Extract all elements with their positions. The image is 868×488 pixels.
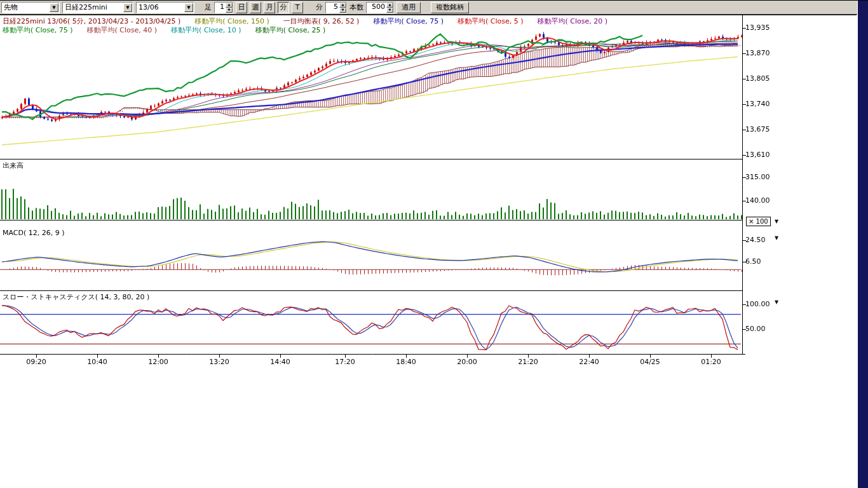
legend-item-ma25: 移動平均( Close, 25 ) bbox=[255, 25, 326, 35]
x-axis-label: 10:40 bbox=[83, 358, 111, 366]
volume-axis-label: 140.00 bbox=[745, 196, 770, 205]
legend-item-ma150: 移動平均( Close, 150 ) bbox=[194, 17, 269, 26]
x-axis-label: 04/25 bbox=[636, 358, 664, 366]
legend-item-ma40: 移動平均( Close, 40 ) bbox=[87, 25, 158, 35]
legend-item-ma5: 移動平均( Close, 5 ) bbox=[458, 17, 524, 26]
x-axis-label: 18:40 bbox=[392, 358, 420, 366]
spinner-icon[interactable]: ▲▼ bbox=[386, 3, 393, 13]
x-axis-label: 12:00 bbox=[144, 358, 172, 366]
stoch-axis-label: 50.00 bbox=[745, 325, 766, 333]
minute-value: 5 bbox=[326, 3, 339, 13]
bar-interval-value: 1 bbox=[215, 3, 226, 13]
x-axis-label: 21:20 bbox=[514, 358, 542, 366]
pane-scroll-down-icon[interactable]: ▼ bbox=[775, 236, 778, 241]
legend-item-ma75b: 移動平均( Close, 75 ) bbox=[3, 25, 73, 35]
price-axis-label: 13,935 bbox=[745, 24, 770, 32]
toolbar: 先物 ▼ 日経225mini ▼ 13/06 ▼ 足 1 ▲▼ 日 週 月 分 … bbox=[0, 1, 857, 15]
price-axis-label: 13,740 bbox=[745, 100, 770, 108]
bar-count-input[interactable]: 500 ▲▼ bbox=[366, 2, 394, 13]
spinner-icon[interactable]: ▲▼ bbox=[226, 3, 233, 13]
x-axis-label: 22:40 bbox=[575, 358, 603, 366]
price-axis-label: 13,805 bbox=[745, 74, 770, 83]
contract-month-select[interactable]: 13/06 ▼ bbox=[136, 2, 194, 13]
chart-legend-row-1: 日経225mini 13/06( 5分, 2013/04/23 - 2013/0… bbox=[3, 17, 607, 26]
chevron-down-icon[interactable]: ▼ bbox=[123, 3, 132, 12]
x-axis-label: 20:00 bbox=[453, 358, 481, 366]
macd-axis-label: 24.50 bbox=[745, 236, 766, 244]
symbol-value: 日経225mini bbox=[63, 3, 123, 12]
stoch-pane-label: スロー・ストキャスティクス( 14, 3, 80, 20 ) bbox=[3, 292, 149, 302]
trading-chart-window: 先物 ▼ 日経225mini ▼ 13/06 ▼ 足 1 ▲▼ 日 週 月 分 … bbox=[0, 0, 868, 488]
stoch-axis-label: 100.00 bbox=[745, 300, 770, 308]
chevron-down-icon[interactable]: ▼ bbox=[50, 3, 58, 12]
period-tick-button[interactable]: T bbox=[292, 2, 303, 13]
bar-count-value: 500 bbox=[367, 3, 386, 13]
market-type-value: 先物 bbox=[2, 3, 49, 12]
x-axis-label: 14:40 bbox=[266, 358, 294, 366]
legend-item-ma20: 移動平均( Close, 20 ) bbox=[538, 17, 608, 26]
pane-scroll-down-icon[interactable]: ▼ bbox=[775, 219, 778, 224]
x-axis-label: 17:20 bbox=[331, 358, 359, 366]
price-axis-label: 13,610 bbox=[745, 151, 770, 159]
pane-scroll-down-icon[interactable]: ▼ bbox=[775, 300, 778, 305]
volume-axis-label: 315.00 bbox=[745, 173, 770, 181]
chart-legend-row-2: 移動平均( Close, 75 ) 移動平均( Close, 40 ) 移動平均… bbox=[3, 25, 325, 35]
volume-multiplier-badge: × 100 bbox=[746, 217, 771, 226]
price-axis-label: 13,870 bbox=[745, 49, 770, 57]
price-axis-label: 13,675 bbox=[745, 125, 770, 133]
contract-month-value: 13/06 bbox=[137, 3, 184, 11]
multi-symbol-button[interactable]: 複数銘柄 bbox=[431, 2, 469, 13]
x-axis-label: 01:20 bbox=[697, 358, 725, 366]
minute-unit-label: 分 bbox=[316, 3, 323, 12]
bar-type-label: 足 bbox=[205, 3, 212, 12]
minute-value-input[interactable]: 5 ▲▼ bbox=[325, 2, 347, 13]
vertical-scrollbar[interactable] bbox=[858, 0, 868, 488]
legend-item-ichimoku: 一目均衡表( 9, 26, 52 ) bbox=[283, 17, 360, 26]
macd-axis-label: 6.50 bbox=[745, 257, 761, 266]
market-type-select[interactable]: 先物 ▼ bbox=[1, 2, 60, 13]
legend-item-symbol: 日経225mini 13/06( 5分, 2013/04/23 - 2013/0… bbox=[3, 17, 180, 26]
legend-item-ma10: 移動平均( Close, 10 ) bbox=[171, 25, 241, 35]
spinner-icon[interactable]: ▲▼ bbox=[339, 3, 346, 13]
macd-pane-label: MACD( 12, 26, 9 ) bbox=[3, 229, 65, 237]
legend-item-ma75: 移動平均( Close, 75 ) bbox=[373, 17, 444, 26]
period-week-button[interactable]: 週 bbox=[250, 2, 261, 13]
bar-interval-input[interactable]: 1 ▲▼ bbox=[214, 2, 233, 13]
x-axis-label: 13:20 bbox=[205, 358, 233, 366]
bar-count-label: 本数 bbox=[349, 3, 363, 12]
apply-button[interactable]: 適用 bbox=[397, 2, 421, 13]
symbol-select[interactable]: 日経225mini ▼ bbox=[62, 2, 133, 13]
period-month-button[interactable]: 月 bbox=[264, 2, 275, 13]
chart-plot-area[interactable] bbox=[0, 0, 868, 381]
volume-pane-label: 出来高 bbox=[3, 161, 24, 170]
chevron-down-icon[interactable]: ▼ bbox=[184, 3, 193, 12]
x-axis-label: 09:20 bbox=[22, 358, 50, 366]
period-day-button[interactable]: 日 bbox=[236, 2, 247, 13]
period-minute-button[interactable]: 分 bbox=[278, 2, 289, 13]
